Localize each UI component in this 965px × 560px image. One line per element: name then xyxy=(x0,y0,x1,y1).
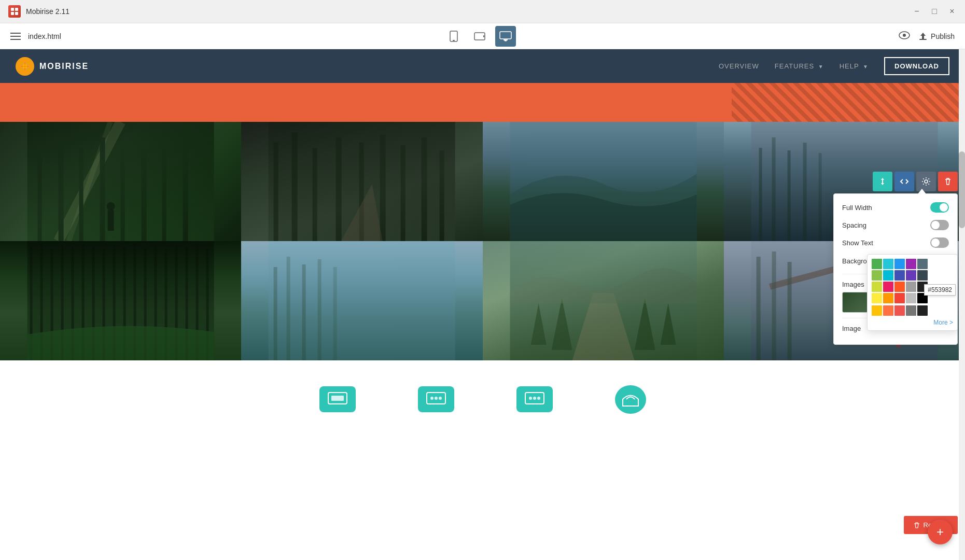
site-logo-text: MOBIRISE xyxy=(39,62,89,71)
minimize-button[interactable]: − xyxy=(912,7,921,16)
gallery-cell-1[interactable] xyxy=(0,122,241,241)
svg-rect-9 xyxy=(504,39,508,40)
scrollbar-thumb[interactable] xyxy=(959,151,965,228)
color-swatch-blue[interactable] xyxy=(894,259,905,269)
site-icon-4 xyxy=(615,385,646,414)
add-block-button[interactable]: + xyxy=(928,520,953,544)
color-swatch-orange2[interactable] xyxy=(883,305,893,316)
color-swatch-gray[interactable] xyxy=(906,282,916,292)
svg-rect-46 xyxy=(803,143,806,241)
gallery-cell-5[interactable] xyxy=(0,241,241,360)
image-thumbnail[interactable] xyxy=(842,292,868,313)
site-icon-3 xyxy=(516,386,553,412)
device-switcher xyxy=(443,26,516,47)
site-hero xyxy=(0,83,965,122)
delete-section-button[interactable] xyxy=(938,172,958,191)
svg-point-12 xyxy=(903,34,906,37)
gallery-cell-7[interactable] xyxy=(483,241,724,360)
spacing-toggle[interactable] xyxy=(930,220,949,230)
svg-rect-35 xyxy=(336,137,342,241)
caret-up xyxy=(918,189,926,194)
nav-overview[interactable]: OVERVIEW xyxy=(719,62,759,70)
close-button[interactable]: × xyxy=(947,7,957,16)
svg-rect-69 xyxy=(287,257,290,360)
svg-rect-1 xyxy=(15,8,18,11)
svg-rect-21 xyxy=(38,153,42,241)
nav-help[interactable]: HELP ▼ xyxy=(840,62,869,70)
toolbar-left: index.html xyxy=(10,32,61,40)
svg-rect-43 xyxy=(759,148,762,241)
svg-rect-67 xyxy=(269,241,455,360)
mobile-view-button[interactable] xyxy=(443,26,464,47)
icon-shape-2 xyxy=(418,386,454,412)
gallery-cell-2[interactable] xyxy=(241,122,482,241)
nav-download[interactable]: DOWNLOAD xyxy=(884,57,949,75)
color-swatch-green[interactable] xyxy=(872,259,882,269)
color-swatch-lime[interactable] xyxy=(872,282,882,292)
color-swatch-deeppurple[interactable] xyxy=(906,270,916,281)
title-bar-left: Mobirise 2.11 xyxy=(8,5,69,18)
color-swatch-pink[interactable] xyxy=(883,282,893,292)
toolbar: index.html xyxy=(0,23,965,49)
color-swatch-amber[interactable] xyxy=(872,305,882,316)
svg-rect-33 xyxy=(292,132,298,241)
publish-button[interactable]: Publish xyxy=(918,32,955,40)
color-swatch-teal[interactable] xyxy=(883,270,893,281)
nav-features[interactable]: FEATURES ▼ xyxy=(775,62,824,70)
color-swatch-lightgray[interactable] xyxy=(906,293,916,303)
show-text-label: Show Text xyxy=(842,239,873,247)
show-text-toggle[interactable] xyxy=(930,237,949,248)
color-row-5 xyxy=(872,305,953,316)
images-label: Images xyxy=(842,281,864,288)
svg-rect-40 xyxy=(440,150,444,241)
color-swatch-nearblack[interactable] xyxy=(917,305,928,316)
svg-rect-37 xyxy=(380,135,386,241)
color-more-link[interactable]: More > xyxy=(872,319,953,326)
svg-rect-71 xyxy=(318,259,321,360)
title-bar: Mobirise 2.11 − □ × xyxy=(0,0,965,23)
color-swatch-bluegray[interactable] xyxy=(917,259,928,269)
color-swatch-red2[interactable] xyxy=(894,305,905,316)
image-label: Image xyxy=(842,325,861,332)
color-swatch-indigo[interactable] xyxy=(894,270,905,281)
color-swatch-yellow[interactable] xyxy=(872,293,882,303)
color-swatch-orange[interactable] xyxy=(883,293,893,303)
tablet-view-button[interactable] xyxy=(469,26,490,47)
preview-button[interactable] xyxy=(899,30,910,42)
svg-rect-29 xyxy=(108,210,114,231)
app-title: Mobirise 2.11 xyxy=(26,7,69,16)
svg-rect-2 xyxy=(11,12,14,15)
color-swatch-midgray[interactable] xyxy=(906,305,916,316)
color-swatch-deeporange[interactable] xyxy=(894,282,905,292)
svg-point-30 xyxy=(107,202,115,211)
svg-rect-8 xyxy=(500,32,511,39)
spacing-label: Spacing xyxy=(842,221,866,229)
gallery-cell-3[interactable] xyxy=(483,122,724,241)
desktop-view-button[interactable] xyxy=(495,26,516,47)
color-swatch-red[interactable] xyxy=(894,293,905,303)
color-hex-area: #553982 xyxy=(872,282,953,303)
full-width-toggle[interactable] xyxy=(930,202,949,213)
color-row-1 xyxy=(872,259,953,269)
menu-button[interactable] xyxy=(10,33,21,40)
color-swatch-darkbluegray[interactable] xyxy=(917,270,928,281)
hex-input-display[interactable]: #553982 xyxy=(924,284,956,296)
context-toolbar xyxy=(873,172,958,191)
filename-label: index.html xyxy=(28,32,61,40)
site-icon-2 xyxy=(418,386,454,412)
icon-shape-4 xyxy=(615,385,646,414)
color-row-2 xyxy=(872,270,953,281)
gallery-cell-6[interactable] xyxy=(241,241,482,360)
code-button[interactable] xyxy=(894,172,914,191)
reorder-button[interactable] xyxy=(873,172,892,191)
site-hero-pattern xyxy=(732,83,965,122)
color-swatch-lightgreen[interactable] xyxy=(872,270,882,281)
maximize-button[interactable]: □ xyxy=(930,7,939,16)
color-picker-panel: #553982 More > xyxy=(867,254,958,331)
icon-shape-1 xyxy=(319,386,356,412)
color-swatch-cyan[interactable] xyxy=(883,259,893,269)
scrollbar[interactable] xyxy=(959,49,965,560)
svg-rect-24 xyxy=(100,137,105,241)
svg-rect-5 xyxy=(453,40,455,41)
color-swatch-purple[interactable] xyxy=(906,259,916,269)
